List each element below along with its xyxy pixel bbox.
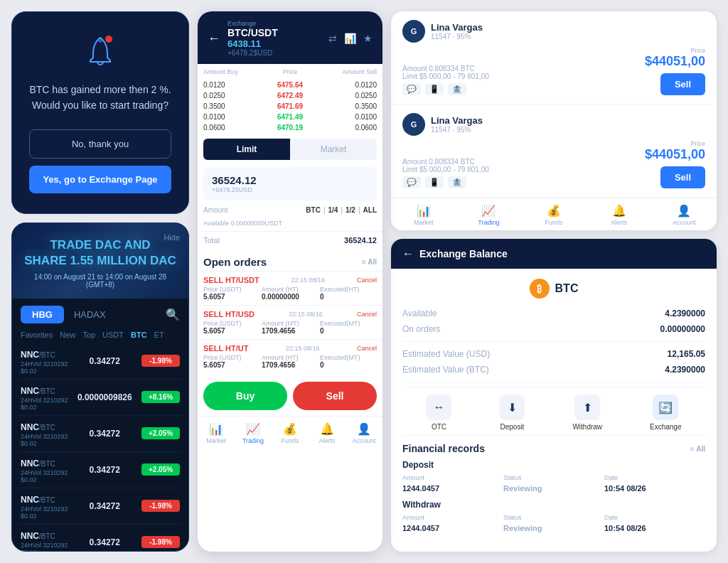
withdraw-row: 1244.0457Reviewing10:54 08/26 bbox=[402, 522, 705, 534]
order-book-row: 0.0600 6470.19 0.0600 bbox=[198, 122, 382, 133]
filter-new[interactable]: New bbox=[60, 331, 75, 339]
coin-list-item[interactable]: NNC/BTC 24HVol 3210292 $0.02 0.34272 -1.… bbox=[18, 343, 183, 380]
exchange-price-change: +6478.2$USD bbox=[228, 49, 321, 57]
order-book-row: 0.3500 6471.69 0.3500 bbox=[198, 101, 382, 112]
notification-text: BTC has gained more then 2 %. Would you … bbox=[29, 82, 171, 114]
total-label: Total bbox=[203, 236, 220, 245]
withdraw-headers: Amount Status Date bbox=[402, 513, 705, 522]
trade-sell-button[interactable]: Sell bbox=[660, 166, 705, 188]
filter-favorites[interactable]: Favorites bbox=[21, 331, 53, 339]
market-tab[interactable]: Market bbox=[290, 139, 377, 160]
trade-type-row: Limit Market bbox=[198, 133, 382, 164]
order-book-row: 0.0100 6471.49 0.0100 bbox=[198, 112, 382, 122]
yes-exchange-button[interactable]: Yes, go to Exchange Page bbox=[29, 166, 171, 193]
amount-value: 36524.12 bbox=[212, 174, 257, 186]
balance-row: Estimated Value (USD)12,165.05 bbox=[402, 346, 705, 362]
coin-list-item[interactable]: NNC/BTC 24HVol 3210292 $0.02 0.34272 +2.… bbox=[18, 452, 183, 488]
action-buttons: ↔ OTC ⬇ Deposit ⬆ Withdraw 🔄 Exchange bbox=[402, 387, 705, 436]
order-list-item: SELL HT/USDT 22:15 08/16 Cancel Price (U… bbox=[198, 271, 382, 305]
fraction-all[interactable]: ALL bbox=[363, 206, 377, 214]
coin-list-item[interactable]: NNC/BTC 24HVol 3210292 $0.02 0.000000982… bbox=[18, 380, 183, 416]
balance-row: On orders0.00000000 bbox=[402, 321, 705, 337]
coin-list-item[interactable]: NNC/BTC 24HVol 3210292 $0.02 0.34272 +2.… bbox=[18, 416, 183, 452]
balance-row: Estimated Value (BTC)4.2390000 bbox=[402, 362, 705, 377]
buy-button[interactable]: Buy bbox=[203, 382, 287, 410]
amount-display: 36524.12 +6478.25USD bbox=[203, 167, 377, 200]
trade-bottom-nav: 📊Market📈Trading💰Funds🔔Alerts👤Account bbox=[391, 198, 717, 230]
exchange-card: ← Exchange BTC/USDT 6438.11 +6478.2$USD … bbox=[198, 11, 382, 552]
trade-sell-button[interactable]: Sell bbox=[660, 73, 705, 95]
btc-icon: ₿ bbox=[530, 279, 550, 299]
fraction-currency: BTC bbox=[306, 206, 321, 214]
notification-card: BTC has gained more then 2 %. Would you … bbox=[11, 11, 189, 214]
avatar: G bbox=[402, 20, 425, 43]
buy-sell-row: Buy Sell bbox=[198, 376, 382, 416]
trade-nav-market[interactable]: 📊Market bbox=[391, 203, 456, 227]
action-withdraw[interactable]: ⬆ Withdraw bbox=[572, 395, 602, 431]
fraction-label: Amount bbox=[203, 206, 303, 214]
balance-back-button[interactable]: ← bbox=[402, 247, 414, 260]
filter-btc[interactable]: BTC bbox=[131, 331, 147, 339]
exchange-nav-funds[interactable]: 💰Funds bbox=[272, 421, 309, 446]
exchange-nav-trading[interactable]: 📈Trading bbox=[235, 421, 272, 446]
withdraw-section-title: Withdraw bbox=[402, 498, 705, 513]
no-thank-you-button[interactable]: No, thank you bbox=[29, 129, 171, 159]
exchange-pair: BTC/USDT bbox=[228, 27, 321, 38]
banner-subtitle: 14:00 on August 21 to 14:00 on August 28… bbox=[23, 273, 177, 289]
tab-hbg[interactable]: HBG bbox=[21, 306, 64, 323]
trading-banner: TRADE DAC AND SHARE 1.55 MILLION DAC 14:… bbox=[12, 223, 188, 299]
exchange-title-block: Exchange BTC/USDT 6438.11 +6478.2$USD bbox=[228, 20, 321, 57]
exchange-header: ← Exchange BTC/USDT 6438.11 +6478.2$USD … bbox=[198, 11, 382, 64]
chart-icon[interactable]: 📊 bbox=[344, 33, 356, 44]
deposit-row: 1244.0457Reviewing10:54 08/26 bbox=[402, 483, 705, 494]
deposit-section-title: Deposit bbox=[402, 459, 705, 473]
trade-nav-trading[interactable]: 📈Trading bbox=[456, 203, 522, 227]
trade-card-item: G Lina Vargas 11547 · 95% Amount 0.80833… bbox=[391, 11, 717, 104]
trade-nav-alerts[interactable]: 🔔Alerts bbox=[587, 203, 652, 227]
fraction-quarter[interactable]: 1/4 bbox=[328, 206, 338, 214]
exchange-icons: ⇄ 📊 ★ bbox=[328, 33, 373, 44]
action-otc[interactable]: ↔ OTC bbox=[426, 395, 451, 431]
trade-card-item: G Lina Vargas 11547 · 95% Amount 0.80833… bbox=[391, 104, 717, 198]
balance-coin-row: ₿ BTC bbox=[402, 269, 705, 306]
fraction-half[interactable]: 1/2 bbox=[346, 206, 355, 214]
filter-top[interactable]: Top bbox=[82, 331, 95, 339]
balance-header: ← Exchange Balance bbox=[391, 239, 717, 269]
limit-tab[interactable]: Limit bbox=[203, 139, 290, 160]
filter-et[interactable]: ET bbox=[154, 331, 164, 339]
orders-list: SELL HT/USDT 22:15 08/16 Cancel Price (U… bbox=[198, 271, 382, 373]
trading-card: TRADE DAC AND SHARE 1.55 MILLION DAC 14:… bbox=[11, 222, 189, 552]
exchange-nav-alerts[interactable]: 🔔Alerts bbox=[309, 421, 346, 446]
order-book-rows: 0.0120 6475.64 0.0120 0.0250 6472.49 0.0… bbox=[198, 80, 382, 133]
coin-list-item[interactable]: NNC/BTC 24HVol 3210292 $0.02 0.34272 -1.… bbox=[18, 525, 183, 552]
svg-point-1 bbox=[105, 36, 112, 43]
amount-sub: +6478.25USD bbox=[212, 186, 257, 193]
balance-title: Exchange Balance bbox=[419, 248, 508, 259]
total-row: Total 36524.12 bbox=[198, 231, 382, 249]
all-orders-link[interactable]: ≡ All bbox=[362, 258, 377, 266]
action-deposit[interactable]: ⬇ Deposit bbox=[499, 395, 525, 431]
trade-nav-account[interactable]: 👤Account bbox=[651, 203, 717, 227]
open-orders-title: Open orders ≡ All bbox=[198, 249, 382, 271]
hide-button[interactable]: Hide bbox=[164, 233, 180, 242]
coin-list-item[interactable]: NNC/BTC 24HVol 3210292 $0.02 0.34272 -1.… bbox=[18, 488, 183, 525]
sell-button[interactable]: Sell bbox=[293, 382, 377, 410]
exchange-nav-account[interactable]: 👤Account bbox=[346, 421, 382, 446]
exchange-back-button[interactable]: ← bbox=[208, 31, 220, 46]
star-icon[interactable]: ★ bbox=[363, 33, 373, 44]
tab-hadax[interactable]: HADAX bbox=[64, 306, 116, 323]
exchange-bottom-nav: 📊Market📈Trading💰Funds🔔Alerts👤Account bbox=[198, 416, 382, 450]
search-icon[interactable]: 🔍 bbox=[166, 308, 180, 321]
coin-list: NNC/BTC 24HVol 3210292 $0.02 0.34272 -1.… bbox=[12, 343, 188, 552]
exchange-nav-market[interactable]: 📊Market bbox=[198, 421, 235, 446]
filter-usdt[interactable]: USDT bbox=[102, 331, 124, 339]
fin-all-link[interactable]: ≡ All bbox=[690, 445, 705, 453]
banner-title: TRADE DAC AND SHARE 1.55 MILLION DAC bbox=[23, 237, 177, 269]
trade-nav-funds[interactable]: 💰Funds bbox=[521, 203, 587, 227]
fraction-row: Amount BTC | 1/4 | 1/2 | ALL bbox=[198, 203, 382, 217]
balance-row: Available4.2390000 bbox=[402, 306, 705, 321]
available-balance: Available 0.00000000USDT bbox=[198, 217, 382, 230]
action-exchange[interactable]: 🔄 Exchange bbox=[650, 395, 681, 431]
refresh-icon[interactable]: ⇄ bbox=[328, 33, 337, 44]
ob-header-sell: Amount Sell bbox=[319, 68, 377, 75]
